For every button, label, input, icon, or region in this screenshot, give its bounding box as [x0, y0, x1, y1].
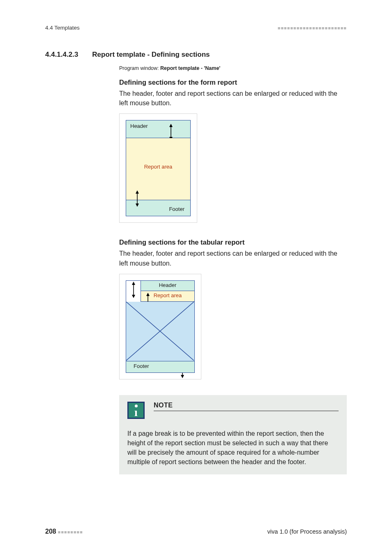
program-window-line: Program window: Report template - 'Name'	[119, 65, 347, 71]
resize-arrow-icon	[134, 190, 140, 207]
footer-right: viva 1.0 (for Process analysis)	[267, 528, 347, 535]
diag2-header: Header	[141, 281, 194, 291]
svg-marker-4	[136, 190, 139, 194]
diag1-footer: Footer	[126, 200, 191, 216]
form-report-figure: Header Report area	[119, 113, 197, 223]
program-prefix: Program window:	[119, 65, 160, 71]
diag2-report-area: Report area	[141, 291, 194, 302]
program-bold: Report template - 'Name'	[160, 65, 220, 71]
footer-dots: ■■■■■■■■	[58, 530, 83, 534]
note-title: NOTE	[154, 402, 339, 409]
header-dots: ■■■■■■■■■■■■■■■■■■■■■■	[278, 25, 347, 30]
sub-tab-heading: Defining sections for the tabular report	[119, 238, 347, 246]
tabular-report-figure: Header Report area	[119, 274, 201, 379]
sub-form-heading: Defining sections for the form report	[119, 79, 347, 86]
section-number: 4.4.1.4.2.3	[45, 51, 78, 59]
note-box: ı NOTE If a page break is to be prevente…	[119, 395, 347, 474]
info-icon: ı	[127, 402, 145, 419]
svg-marker-1	[169, 124, 173, 127]
note-divider	[154, 411, 339, 411]
diag1-area-label: Report area	[144, 164, 173, 170]
page-number: 208	[45, 528, 56, 535]
diag1-footer-label: Footer	[169, 206, 184, 212]
note-body: If a page break is to be prevented withi…	[127, 429, 339, 467]
diag2-footer: Footer	[126, 361, 195, 373]
section-heading-row: 4.4.1.4.2.3 Report template - Defining s…	[45, 51, 347, 59]
sub-form-body: The header, footer and report sections c…	[119, 89, 347, 108]
section-title: Report template - Defining sections	[92, 51, 210, 59]
diag2-topleft	[126, 281, 141, 291]
diag2-midleft	[126, 291, 141, 302]
svg-marker-16	[181, 375, 184, 378]
diag2-body-cross	[126, 302, 195, 361]
svg-marker-10	[146, 293, 150, 296]
page-footer: 208 ■■■■■■■■ viva 1.0 (for Process analy…	[45, 528, 347, 535]
sub-tab-body: The header, footer and report sections c…	[119, 249, 347, 268]
resize-arrow-icon	[168, 124, 174, 140]
diag2-header-label: Header	[159, 282, 177, 288]
diag2-footer-label: Footer	[134, 363, 149, 369]
svg-marker-7	[132, 282, 135, 285]
running-head-left: 4.4 Templates	[45, 25, 80, 31]
diag2-area-label: Report area	[154, 292, 182, 298]
diag1-header-label: Header	[130, 123, 148, 129]
svg-marker-5	[136, 204, 139, 207]
diag1-header: Header	[126, 120, 191, 138]
running-header: 4.4 Templates ■■■■■■■■■■■■■■■■■■■■■■	[45, 25, 347, 31]
